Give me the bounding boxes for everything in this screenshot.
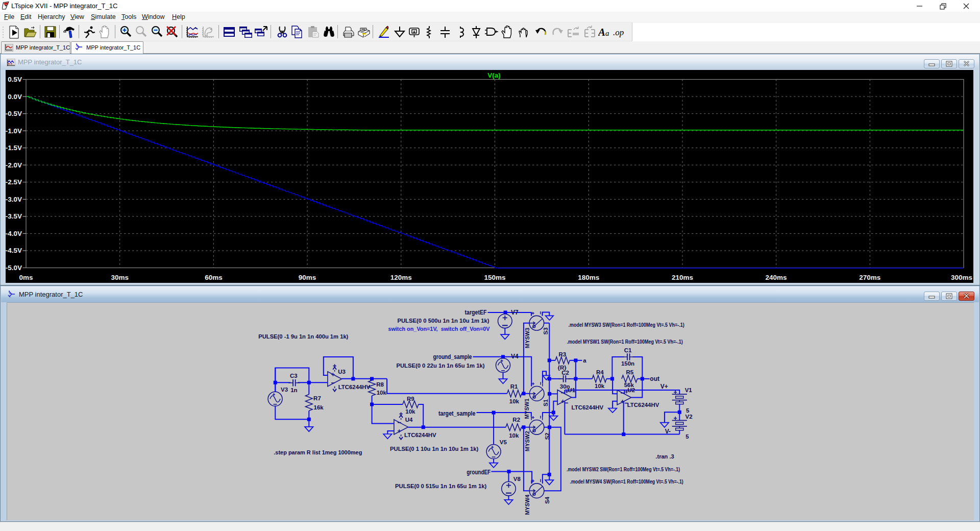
svg-text:targetEF: targetEF xyxy=(464,309,486,316)
svg-text:0.0V: 0.0V xyxy=(8,93,22,101)
svg-text:switch on_Von=1V, switch off_: switch on_Von=1V, switch off_Von=0V xyxy=(388,326,489,332)
svg-text:V7: V7 xyxy=(511,309,519,316)
svg-text:S1: S1 xyxy=(543,399,549,406)
svg-text:R1: R1 xyxy=(510,383,518,390)
svg-text:groundEF: groundEF xyxy=(467,469,491,476)
svg-text:-3.0V: -3.0V xyxy=(6,196,22,203)
svg-text:R5: R5 xyxy=(626,369,634,375)
svg-text:S3: S3 xyxy=(543,327,549,334)
svg-text:V-: V- xyxy=(665,428,671,435)
svg-text:MYSW1: MYSW1 xyxy=(524,398,530,419)
svg-text:-1.5V: -1.5V xyxy=(6,144,22,152)
svg-text:V2: V2 xyxy=(685,414,693,420)
svg-text:PULSE(0 1 10u 1n 1n 10u 1m 1k): PULSE(0 1 10u 1n 1n 10u 1m 1k) xyxy=(390,446,478,452)
svg-text:10k: 10k xyxy=(509,398,520,404)
svg-text:C2: C2 xyxy=(561,370,569,376)
svg-text:0ms: 0ms xyxy=(19,274,33,281)
svg-text:.step param R list 1meg 1000me: .step param R list 1meg 1000meg xyxy=(274,449,362,455)
svg-text:R7: R7 xyxy=(313,395,321,401)
svg-text:-2.0V: -2.0V xyxy=(6,161,22,169)
svg-text:V5: V5 xyxy=(500,439,507,445)
svg-text:a: a xyxy=(583,357,586,364)
svg-text:A: A xyxy=(598,26,605,38)
svg-text:-4.0V: -4.0V xyxy=(6,230,22,237)
svg-text:-4.5V: -4.5V xyxy=(6,247,22,254)
svg-text:150n: 150n xyxy=(621,360,634,367)
svg-text:5: 5 xyxy=(686,407,690,414)
svg-text:V+: V+ xyxy=(660,383,668,390)
svg-text:a: a xyxy=(605,29,609,37)
svg-text:.model MYSW2 SW(Ron=1 Roff=100: .model MYSW2 SW(Ron=1 Roff=100Meg Vt=.5 … xyxy=(567,466,680,472)
svg-text:60ms: 60ms xyxy=(205,274,223,281)
svg-text:S2: S2 xyxy=(544,432,550,440)
svg-text:U4: U4 xyxy=(405,417,413,423)
svg-text:R4: R4 xyxy=(596,369,604,375)
svg-text:90ms: 90ms xyxy=(299,274,316,281)
svg-text:LTC6244HV: LTC6244HV xyxy=(338,384,371,390)
svg-text:R2: R2 xyxy=(512,417,520,423)
svg-text:5: 5 xyxy=(685,433,689,440)
svg-text:MYSW4: MYSW4 xyxy=(524,494,530,515)
svg-text:210ms: 210ms xyxy=(672,274,693,281)
svg-text:30ms: 30ms xyxy=(111,274,129,281)
svg-text:C1: C1 xyxy=(624,347,632,353)
svg-text:120ms: 120ms xyxy=(390,274,412,281)
svg-text:.tran .3: .tran .3 xyxy=(655,453,674,460)
svg-text:-2.5V: -2.5V xyxy=(6,178,22,186)
svg-text:0.5V: 0.5V xyxy=(8,76,22,83)
svg-text:.model MYSW1 SW(Ron=1 Roff=100: .model MYSW1 SW(Ron=1 Roff=100Meg Vt=.5 … xyxy=(567,339,683,345)
svg-text:LTC6244HV: LTC6244HV xyxy=(404,432,436,438)
svg-text:R3: R3 xyxy=(559,351,567,357)
svg-text:LTC6244HV: LTC6244HV xyxy=(627,402,659,408)
svg-text:U3: U3 xyxy=(338,369,346,375)
svg-text:.model MYSW3 SW(Ron=1 Roff=100: .model MYSW3 SW(Ron=1 Roff=100Meg Vt=.5 … xyxy=(569,322,684,328)
svg-text:-5.0V: -5.0V xyxy=(6,264,22,272)
svg-text:MYSW2: MYSW2 xyxy=(524,431,530,451)
svg-text:10k: 10k xyxy=(595,383,605,389)
svg-text:180ms: 180ms xyxy=(578,274,599,281)
svg-text:-3.5V: -3.5V xyxy=(6,212,22,220)
svg-text:270ms: 270ms xyxy=(859,274,880,281)
svg-text:10k: 10k xyxy=(377,390,387,396)
svg-text:.model MYSW4 SW(Ron=1 Roff=100: .model MYSW4 SW(Ron=1 Roff=100Meg Vt=.5 … xyxy=(570,478,683,485)
svg-text:10k: 10k xyxy=(405,408,415,415)
svg-text:1n: 1n xyxy=(290,387,297,393)
svg-text:R8: R8 xyxy=(376,381,384,388)
svg-text:V3: V3 xyxy=(281,387,288,393)
svg-text:V8: V8 xyxy=(513,476,521,482)
svg-text:MYSW3: MYSW3 xyxy=(524,328,530,348)
svg-text:PULSE(0 0 515u 1n 1n 65u 1m 1k: PULSE(0 0 515u 1n 1n 65u 1m 1k) xyxy=(395,483,486,489)
svg-text:10k: 10k xyxy=(509,432,519,439)
svg-text:S4: S4 xyxy=(544,496,550,504)
svg-text:R9: R9 xyxy=(407,396,414,402)
svg-text:V4: V4 xyxy=(511,353,519,360)
svg-text:V(a): V(a) xyxy=(487,71,501,79)
svg-text:U1: U1 xyxy=(568,387,575,393)
svg-text:150ms: 150ms xyxy=(484,274,505,281)
svg-text:300ms: 300ms xyxy=(951,274,972,281)
svg-text:V1: V1 xyxy=(685,387,693,393)
svg-text:out: out xyxy=(650,375,659,382)
svg-text:U2: U2 xyxy=(627,387,635,393)
svg-text:.op: .op xyxy=(613,28,624,37)
svg-text:LTC6244HV: LTC6244HV xyxy=(572,404,604,411)
svg-text:-1.0V: -1.0V xyxy=(6,127,22,135)
svg-text:PULSE(0 -1 9u 1n 1n 400u 1m 1k: PULSE(0 -1 9u 1n 1n 400u 1m 1k) xyxy=(258,333,348,340)
svg-text:240ms: 240ms xyxy=(766,274,787,281)
svg-text:C3: C3 xyxy=(290,373,298,379)
svg-text:16k: 16k xyxy=(314,404,324,411)
svg-text:ground_sample: ground_sample xyxy=(433,353,472,360)
svg-text:PULSE(0 0 22u 1n 1n 65u 1m 1k): PULSE(0 0 22u 1n 1n 65u 1m 1k) xyxy=(396,363,484,369)
svg-text:PULSE(0 0 500u 1n 1n 10u 1m 1k: PULSE(0 0 500u 1n 1n 10u 1m 1k) xyxy=(397,318,489,324)
svg-text:-0.5V: -0.5V xyxy=(6,110,22,117)
svg-text:target_sample: target_sample xyxy=(438,411,476,418)
